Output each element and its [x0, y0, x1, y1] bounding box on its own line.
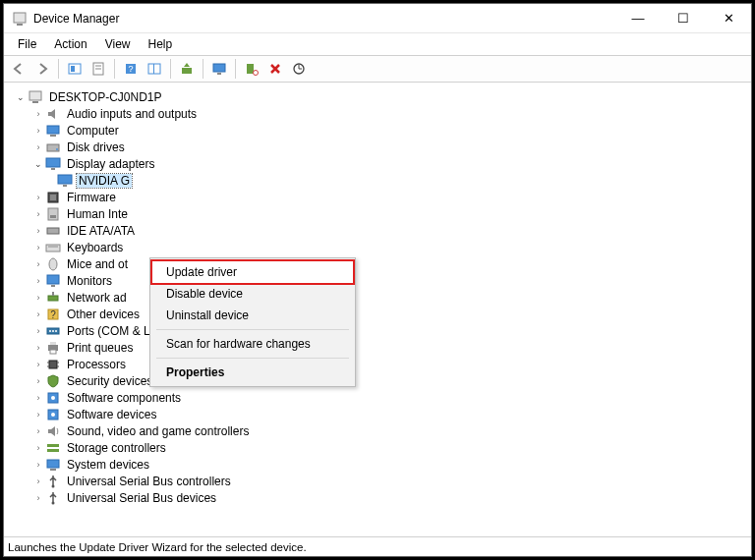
close-button[interactable]: ✕	[706, 4, 751, 33]
tree-category-label: Firmware	[65, 191, 118, 204]
window-title: Device Manager	[33, 12, 119, 26]
context-menu-item[interactable]: Properties	[152, 362, 353, 383]
menu-help[interactable]: Help	[141, 35, 181, 53]
context-menu-item[interactable]: Update driver	[152, 261, 353, 283]
expand-arrow-icon[interactable]: ›	[31, 441, 45, 455]
properties-button[interactable]	[87, 58, 109, 80]
tree-category[interactable]: ›Sound, video and game controllers	[10, 422, 751, 439]
expand-arrow-icon[interactable]: ›	[31, 224, 45, 238]
tree-category[interactable]: ›Software components	[10, 389, 751, 406]
menu-file[interactable]: File	[10, 35, 44, 53]
sound-icon	[45, 423, 61, 439]
tree-category[interactable]: ›Universal Serial Bus controllers	[10, 473, 751, 489]
expand-arrow-icon[interactable]: ›	[31, 341, 45, 355]
svg-rect-14	[247, 64, 254, 74]
svg-rect-48	[49, 361, 57, 368]
tree-category[interactable]: ›Mice and ot	[10, 255, 751, 272]
expand-arrow-icon[interactable]: ›	[31, 257, 45, 271]
svg-rect-3	[71, 66, 75, 72]
toolbar-separator	[170, 59, 171, 79]
monitor-button[interactable]	[208, 58, 230, 80]
expand-arrow-icon[interactable]: ›	[31, 424, 45, 438]
tree-category[interactable]: ›Computer	[10, 122, 751, 139]
printer-icon	[45, 340, 61, 356]
back-button[interactable]	[8, 58, 29, 80]
expand-arrow-icon[interactable]: ›	[31, 491, 45, 505]
tree-category[interactable]: ›?Other devices	[10, 306, 751, 322]
tree-category[interactable]: ›Storage controllers	[10, 439, 751, 456]
svg-rect-12	[213, 64, 225, 72]
expand-arrow-icon[interactable]: ›	[31, 458, 45, 472]
menu-action[interactable]: Action	[46, 35, 94, 53]
minimize-button[interactable]: —	[615, 4, 661, 33]
tree-category[interactable]: ›Ports (COM & LPT)	[10, 322, 751, 339]
app-icon	[12, 11, 28, 27]
expand-arrow-icon[interactable]: ›	[31, 191, 45, 204]
tree-root[interactable]: ⌄ DESKTOP-CJ0ND1P	[10, 88, 751, 105]
svg-rect-18	[32, 101, 38, 103]
svg-rect-58	[47, 449, 59, 452]
toolbar-separator	[203, 59, 203, 79]
svg-rect-59	[47, 460, 59, 468]
toolbar-separator	[58, 59, 59, 79]
expand-arrow-icon[interactable]: ›	[31, 274, 45, 288]
expand-arrow-icon[interactable]: ›	[31, 358, 45, 371]
tree-category[interactable]: ›Universal Serial Bus devices	[10, 489, 751, 506]
mouse-icon	[45, 256, 61, 272]
tree-category[interactable]: ›Network ad	[10, 289, 751, 306]
tree-category[interactable]: ›System devices	[10, 456, 751, 473]
computer-icon	[28, 89, 43, 105]
expand-arrow-icon[interactable]: ›	[31, 408, 45, 421]
expand-arrow-icon[interactable]: ›	[31, 308, 45, 321]
svg-point-44	[55, 330, 57, 332]
update-driver-button[interactable]	[176, 58, 198, 80]
expand-arrow-icon[interactable]: ⌄	[14, 90, 28, 104]
tree-category[interactable]: ›IDE ATA/ATA	[10, 222, 751, 239]
svg-rect-47	[50, 350, 56, 354]
expand-arrow-icon[interactable]: ›	[31, 291, 45, 305]
svg-rect-25	[58, 175, 72, 184]
scan-button[interactable]	[288, 58, 310, 80]
context-menu-item[interactable]: Disable device	[152, 283, 353, 305]
show-hidden-button[interactable]	[64, 58, 86, 80]
maximize-button[interactable]: ☐	[661, 4, 706, 33]
collapse-arrow-icon[interactable]: ⌄	[31, 157, 45, 171]
context-menu-item[interactable]: Uninstall device	[152, 305, 353, 326]
svg-rect-17	[29, 91, 41, 100]
svg-point-61	[52, 484, 55, 487]
tree-category-label: Network ad	[65, 291, 129, 305]
expand-arrow-icon[interactable]: ›	[31, 374, 45, 388]
tree-category[interactable]: ›Keyboards	[10, 239, 751, 255]
tree-device[interactable]: NVIDIA G	[10, 172, 751, 189]
menu-view[interactable]: View	[97, 35, 139, 53]
tree-category[interactable]: ›Audio inputs and outputs	[10, 105, 751, 122]
expand-arrow-icon[interactable]: ›	[31, 140, 45, 154]
computer-icon	[45, 123, 61, 139]
tree-category[interactable]: ›Firmware	[10, 189, 751, 205]
expand-arrow-icon[interactable]: ›	[31, 475, 45, 488]
expand-arrow-icon[interactable]: ›	[31, 324, 45, 338]
refresh-button[interactable]	[144, 58, 165, 80]
remove-button[interactable]	[264, 58, 286, 80]
help-button[interactable]: ?	[120, 58, 142, 80]
forward-button[interactable]	[31, 58, 53, 80]
tree-category[interactable]: ›Software devices	[10, 406, 751, 422]
tree-category[interactable]: ›Processors	[10, 356, 751, 372]
monitor-icon	[45, 273, 61, 289]
disable-button[interactable]	[241, 58, 262, 80]
context-menu-item[interactable]: Scan for hardware changes	[152, 333, 353, 355]
svg-rect-1	[17, 24, 23, 26]
tree-category[interactable]: ›Monitors	[10, 272, 751, 289]
tree-category[interactable]: ›Security devices	[10, 372, 751, 389]
tree-category[interactable]: ›Disk drives	[10, 139, 751, 155]
tree-category[interactable]: ›Print queues	[10, 339, 751, 356]
expand-arrow-icon[interactable]: ›	[31, 391, 45, 405]
expand-arrow-icon[interactable]: ›	[31, 124, 45, 138]
expand-arrow-icon[interactable]: ›	[31, 241, 45, 254]
expand-arrow-icon[interactable]: ›	[31, 107, 45, 121]
tree-category[interactable]: ›Human Inte	[10, 205, 751, 222]
tree-category[interactable]: ⌄Display adapters	[10, 155, 751, 172]
device-tree[interactable]: ⌄ DESKTOP-CJ0ND1P ›Audio inputs and outp…	[4, 83, 751, 536]
expand-arrow-icon[interactable]: ›	[31, 207, 45, 221]
tree-category-label: Other devices	[65, 308, 142, 321]
